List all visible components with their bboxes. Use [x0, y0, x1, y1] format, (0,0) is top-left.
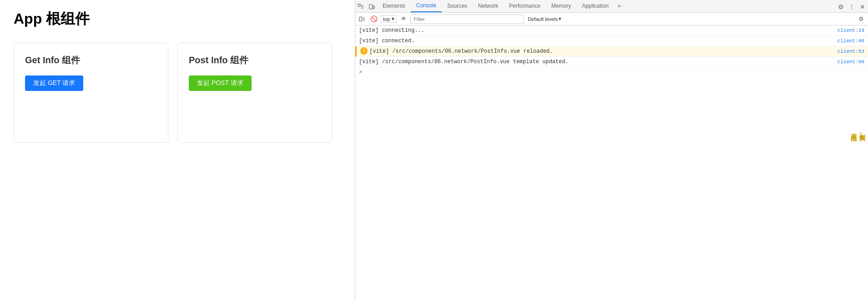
console-toolbar: 🚫 top ▾ 👁 Default levels ▾ ⚙ — [355, 13, 868, 25]
settings-icon[interactable]: ⚙ — [835, 1, 846, 12]
console-settings-icon[interactable]: ⚙ — [856, 14, 866, 24]
app-panel: App 根组件 Get Info 组件 发起 GET 请求 Post Info … — [0, 0, 355, 301]
tab-console[interactable]: Console — [411, 0, 442, 12]
tab-sources[interactable]: Sources — [442, 0, 473, 12]
console-line: [vite] /src/components/06.network/PostIn… — [355, 57, 868, 67]
console-line: [vite] connecting... client:19 — [355, 25, 868, 36]
tab-right-icons: ⚙ ⋮ ✕ — [835, 1, 868, 12]
tab-performance[interactable]: Performance — [504, 0, 546, 12]
devtools-tab-bar: Elements Console Sources Network Perform… — [355, 0, 868, 13]
console-source-link[interactable]: client:19 — [838, 26, 864, 35]
inspect-element-icon[interactable] — [355, 1, 366, 12]
sidebar-toggle-icon[interactable] — [357, 14, 367, 24]
console-message-text: [vite] connecting... — [359, 26, 834, 35]
tab-more[interactable]: » — [614, 0, 625, 12]
clear-console-icon[interactable]: 🚫 — [369, 14, 379, 24]
svg-rect-0 — [358, 4, 360, 6]
filter-input[interactable] — [410, 15, 524, 24]
console-source-link[interactable]: client:46 — [838, 37, 864, 45]
console-message-text: [vite] /src/components/06.network/PostIn… — [369, 47, 834, 55]
console-prompt[interactable]: > — [355, 67, 868, 77]
console-message-text: [vite] /src/components/06.network/PostIn… — [359, 58, 834, 66]
warning-count-badge: 2 — [360, 47, 368, 55]
device-toolbar-icon[interactable] — [366, 1, 377, 12]
console-caret-icon: > — [359, 69, 362, 75]
console-message-text: [vite] connected. — [359, 37, 834, 45]
tab-memory[interactable]: Memory — [546, 0, 576, 12]
tab-elements[interactable]: Elements — [377, 0, 411, 12]
console-line: [vite] connected. client:46 — [355, 36, 868, 46]
get-info-title: Get Info 组件 — [25, 54, 157, 66]
post-request-button[interactable]: 发起 POST 请求 — [189, 75, 252, 91]
get-info-card: Get Info 组件 发起 GET 请求 — [14, 43, 168, 143]
context-selector[interactable]: top ▾ — [381, 15, 397, 23]
console-line-warning: 2 [vite] /src/components/06.network/Post… — [355, 46, 868, 57]
components-row: Get Info 组件 发起 GET 请求 Post Info 组件 发起 PO… — [14, 43, 341, 143]
post-info-title: Post Info 组件 — [189, 54, 321, 66]
levels-dropdown[interactable]: Default levels ▾ — [526, 15, 563, 23]
post-info-card: Post Info 组件 发起 POST 请求 — [177, 43, 332, 143]
context-dropdown-arrow: ▾ — [392, 16, 394, 22]
tab-application[interactable]: Application — [576, 0, 614, 12]
context-label: top — [383, 16, 390, 22]
eye-icon[interactable]: 👁 — [399, 14, 409, 24]
tab-network[interactable]: Network — [473, 0, 504, 12]
console-source-link[interactable]: client:60 — [838, 58, 864, 66]
more-options-icon[interactable]: ⋮ — [846, 1, 857, 12]
svg-rect-2 — [373, 6, 374, 9]
devtools-panel: Elements Console Sources Network Perform… — [355, 0, 868, 301]
svg-rect-1 — [369, 5, 373, 9]
console-source-link[interactable]: client:53 — [838, 47, 864, 55]
svg-rect-3 — [359, 17, 362, 21]
close-devtools-icon[interactable]: ✕ — [857, 1, 868, 12]
console-messages: [vite] connecting... client:19 [vite] co… — [355, 25, 868, 301]
app-title: App 根组件 — [14, 9, 341, 29]
get-request-button[interactable]: 发起 GET 请求 — [25, 75, 83, 91]
levels-arrow-icon: ▾ — [559, 16, 561, 22]
